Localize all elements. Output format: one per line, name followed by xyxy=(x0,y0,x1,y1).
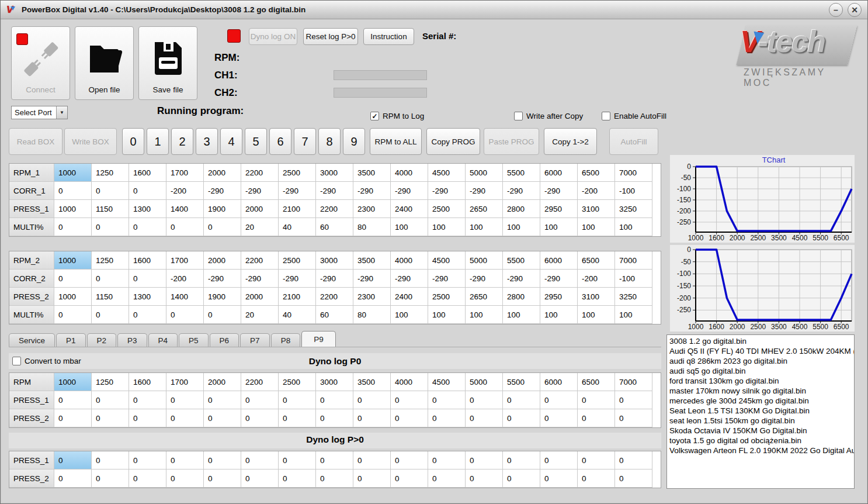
grid-cell[interactable]: 3500 xyxy=(353,251,391,270)
grid-cell[interactable]: -290 xyxy=(241,182,279,200)
close-button[interactable]: ✕ xyxy=(848,3,862,17)
grid-cell[interactable]: 6000 xyxy=(540,373,578,391)
grid-cell[interactable]: 0 xyxy=(54,270,92,288)
grid-cell[interactable]: 3250 xyxy=(615,200,652,218)
grid-cell[interactable]: 0 xyxy=(428,451,466,470)
grid-cell[interactable]: 0 xyxy=(54,182,92,200)
grid-cell[interactable]: 0 xyxy=(92,451,129,470)
grid-cell[interactable]: 0 xyxy=(166,470,204,488)
digit-7-button[interactable]: 7 xyxy=(294,128,316,155)
grid-cell[interactable]: -290 xyxy=(428,270,466,288)
grid-cell[interactable]: 1900 xyxy=(204,288,241,306)
checkbox-box[interactable] xyxy=(514,112,523,120)
copy-1-2-button[interactable]: Copy 1->2 xyxy=(544,128,597,155)
tab-p8[interactable]: P8 xyxy=(271,333,301,347)
grid-cell[interactable]: 1300 xyxy=(129,288,166,306)
grid-cell[interactable]: -290 xyxy=(466,270,503,288)
grid-cell[interactable]: 1250 xyxy=(92,251,129,270)
grid-cell[interactable]: 0 xyxy=(166,218,204,236)
grid-cell[interactable]: 0 xyxy=(615,409,652,427)
grid-cell[interactable]: -290 xyxy=(316,182,353,200)
grid-cell[interactable]: 100 xyxy=(466,218,503,236)
grid-cell[interactable]: -290 xyxy=(241,270,279,288)
tab-p9[interactable]: P9 xyxy=(301,331,336,347)
file-item[interactable]: mercedes gle 300d 245km go digital.bin xyxy=(669,396,852,406)
grid-cell[interactable]: -290 xyxy=(204,270,241,288)
digit-5-button[interactable]: 5 xyxy=(245,128,267,155)
grid-cell[interactable]: 2500 xyxy=(279,251,316,270)
grid-cell[interactable]: 0 xyxy=(578,470,615,488)
tab-service[interactable]: Service xyxy=(9,333,55,347)
grid-cell[interactable]: 0 xyxy=(129,306,166,324)
grid-cell[interactable]: 1400 xyxy=(166,288,204,306)
grid-cell[interactable]: 2200 xyxy=(316,200,353,218)
grid-cell[interactable]: 4000 xyxy=(391,251,428,270)
grid-cell[interactable]: 1600 xyxy=(129,373,166,391)
grid-cell[interactable]: 0 xyxy=(316,470,353,488)
digit-3-button[interactable]: 3 xyxy=(196,128,218,155)
grid-cell[interactable]: 7000 xyxy=(615,373,652,391)
grid-cell[interactable]: 1250 xyxy=(92,164,129,182)
grid-cell[interactable]: 7000 xyxy=(615,251,652,270)
grid-cell[interactable]: 2800 xyxy=(503,288,540,306)
grid-cell[interactable]: 0 xyxy=(615,391,652,409)
grid-cell[interactable]: 40 xyxy=(279,218,316,236)
grid-cell[interactable]: 3000 xyxy=(316,164,353,182)
grid-cell[interactable]: 5500 xyxy=(503,373,540,391)
grid-cell[interactable]: 1700 xyxy=(166,373,204,391)
grid-cell[interactable]: 2000 xyxy=(204,164,241,182)
grid-cell[interactable]: -200 xyxy=(578,270,615,288)
grid-cell[interactable]: -290 xyxy=(316,270,353,288)
grid-cell[interactable]: -100 xyxy=(615,270,652,288)
grid-cell[interactable]: 0 xyxy=(92,470,129,488)
grid-cell[interactable]: 0 xyxy=(615,470,652,488)
grid-cell[interactable]: 0 xyxy=(241,409,279,427)
grid-cell[interactable]: 0 xyxy=(92,306,129,324)
digit-6-button[interactable]: 6 xyxy=(269,128,291,155)
grid-cell[interactable]: 1150 xyxy=(92,200,129,218)
dyno-log-on-button[interactable]: Dyno log ON xyxy=(249,28,297,45)
digit-4-button[interactable]: 4 xyxy=(220,128,242,155)
grid-cell[interactable]: 0 xyxy=(92,218,129,236)
grid-cell[interactable]: 6000 xyxy=(540,251,578,270)
grid-cell[interactable]: 7000 xyxy=(615,164,652,182)
grid-cell[interactable]: 2200 xyxy=(241,373,279,391)
grid-cell[interactable]: 1600 xyxy=(129,251,166,270)
grid-cell[interactable]: 0 xyxy=(578,391,615,409)
grid-cell[interactable]: -100 xyxy=(615,182,652,200)
grid-cell[interactable]: 5000 xyxy=(466,373,503,391)
grid-cell[interactable]: 0 xyxy=(166,409,204,427)
grid-cell[interactable]: 3100 xyxy=(578,200,615,218)
grid-cell[interactable]: 0 xyxy=(204,218,241,236)
grid-cell[interactable]: 100 xyxy=(503,306,540,324)
rpm-to-all-button[interactable]: RPM to ALL xyxy=(370,128,422,155)
grid-cell[interactable]: 0 xyxy=(466,470,503,488)
grid-cell[interactable]: 0 xyxy=(241,470,279,488)
grid-cell[interactable]: 100 xyxy=(391,218,428,236)
file-listbox[interactable]: 3008 1.2 go digital.binAudi Q5 II (FY FL… xyxy=(666,334,855,489)
grid-cell[interactable]: 2300 xyxy=(353,200,391,218)
grid-cell[interactable]: 2200 xyxy=(316,288,353,306)
file-item[interactable]: master 170km nowy silnik go digital.bin xyxy=(669,386,852,396)
grid-cell[interactable]: 0 xyxy=(353,451,391,470)
grid-cell[interactable]: 100 xyxy=(540,306,578,324)
grid-cell[interactable]: 2400 xyxy=(391,200,428,218)
grid-cell[interactable]: 0 xyxy=(129,409,166,427)
grid-cell[interactable]: 0 xyxy=(92,391,129,409)
grid-cell[interactable]: 0 xyxy=(428,409,466,427)
file-item[interactable]: Audi Q5 II (FY FL) 40 TDI MHEV 2.0 150kW… xyxy=(669,346,852,356)
grid-cell[interactable]: 0 xyxy=(279,470,316,488)
read-box-button[interactable]: Read BOX xyxy=(9,128,63,155)
grid-cell[interactable]: 0 xyxy=(428,470,466,488)
grid-cell[interactable]: 0 xyxy=(166,391,204,409)
write-after-copy-checkbox[interactable]: Write after Copy xyxy=(514,112,583,120)
grid-cell[interactable]: 2000 xyxy=(204,373,241,391)
grid-cell[interactable]: 0 xyxy=(54,218,92,236)
grid-cell[interactable]: -290 xyxy=(503,182,540,200)
tab-p6[interactable]: P6 xyxy=(210,333,239,347)
grid-cell[interactable]: 0 xyxy=(166,451,204,470)
grid-cell[interactable]: 0 xyxy=(129,451,166,470)
grid-cell[interactable]: 0 xyxy=(391,451,428,470)
copy-prog-button[interactable]: Copy PROG xyxy=(426,128,480,155)
grid-cell[interactable]: 2200 xyxy=(241,251,279,270)
